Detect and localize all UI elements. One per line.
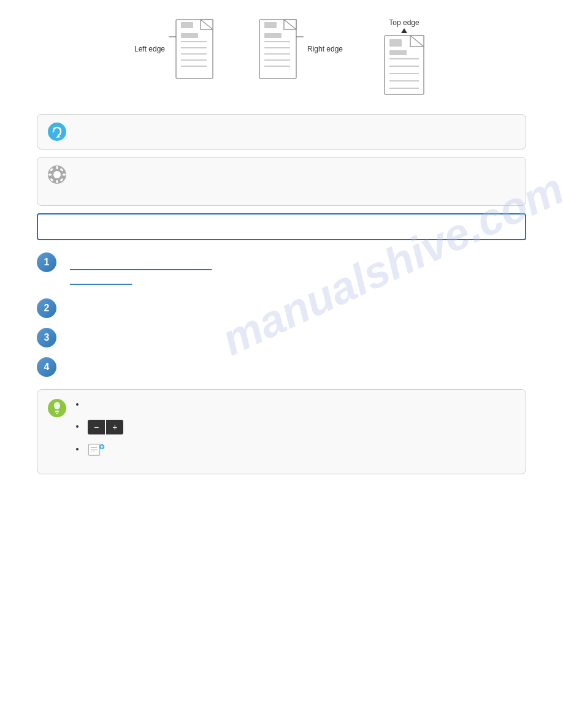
svg-rect-46	[55, 411, 59, 412]
info-icon-2	[47, 165, 67, 184]
step-4-content	[64, 357, 526, 360]
svg-rect-25	[389, 50, 407, 55]
left-edge-diagram: Left edge	[134, 18, 218, 80]
svg-point-48	[54, 403, 56, 406]
step-1-links: ________________________________ _______…	[64, 260, 526, 286]
step-2-content	[64, 298, 526, 301]
page-container: manualshive.com Left edge	[0, 0, 563, 487]
tip-bullet-3	[85, 443, 516, 457]
blue-outlined-box	[37, 213, 526, 240]
step-1-number: 1	[37, 252, 56, 272]
right-edge-label-line: Right edge	[255, 18, 343, 80]
step-4: 4	[37, 357, 526, 377]
svg-rect-38	[48, 174, 52, 176]
step-1: 1 ________________________________ _____…	[37, 252, 526, 289]
new-note-icon	[88, 443, 105, 457]
steps-section: 1 ________________________________ _____…	[37, 252, 526, 377]
step-1-link-1[interactable]: ________________________________	[70, 260, 526, 272]
svg-rect-36	[56, 166, 58, 169]
top-edge-diagram: Top edge	[380, 18, 429, 96]
svg-point-35	[53, 171, 61, 178]
top-edge-arrow	[401, 28, 407, 33]
svg-rect-39	[63, 174, 66, 176]
plus-button[interactable]: +	[106, 420, 123, 434]
tip-box: − +	[37, 389, 526, 474]
step-2: 2	[37, 298, 526, 318]
tip-icon	[47, 398, 67, 418]
info-box-2	[37, 157, 526, 206]
new-note-svg	[88, 443, 105, 457]
step-1-content: ________________________________ _______…	[64, 252, 526, 289]
info-icon-1	[47, 122, 67, 142]
left-edge-label-line: Left edge	[134, 18, 218, 80]
step-3: 3	[37, 328, 526, 347]
left-edge-doc-svg	[169, 18, 218, 80]
tip-content: − +	[75, 398, 516, 465]
diagrams-section: Left edge	[37, 12, 526, 96]
right-edge-diagram: Right edge	[255, 18, 343, 80]
step-1-link-2[interactable]: ______________	[70, 275, 526, 287]
tip-bullet-list: − +	[75, 398, 516, 457]
svg-rect-14	[264, 33, 282, 38]
top-edge-doc-svg	[380, 34, 429, 96]
top-edge-container: Top edge	[389, 18, 419, 34]
step-3-content	[64, 328, 526, 330]
step-4-number: 4	[37, 357, 56, 377]
svg-rect-3	[181, 33, 198, 38]
left-edge-label: Left edge	[134, 45, 165, 53]
info-box-1	[37, 114, 526, 150]
right-edge-doc-svg	[255, 18, 304, 80]
svg-rect-47	[56, 413, 58, 414]
step-3-number: 3	[37, 328, 56, 347]
svg-rect-26	[389, 39, 402, 47]
svg-rect-4	[181, 22, 193, 28]
svg-rect-15	[264, 22, 277, 28]
svg-rect-37	[56, 180, 58, 183]
right-edge-label: Right edge	[307, 45, 343, 53]
step-2-number: 2	[37, 298, 56, 318]
tip-bullet-2: − +	[85, 420, 516, 434]
top-edge-label: Top edge	[389, 18, 419, 27]
minus-plus-buttons: − +	[85, 422, 126, 431]
minus-button[interactable]: −	[88, 420, 105, 434]
inline-buttons: − +	[88, 420, 123, 434]
svg-point-32	[48, 123, 66, 141]
tip-bullet-1	[85, 398, 516, 411]
